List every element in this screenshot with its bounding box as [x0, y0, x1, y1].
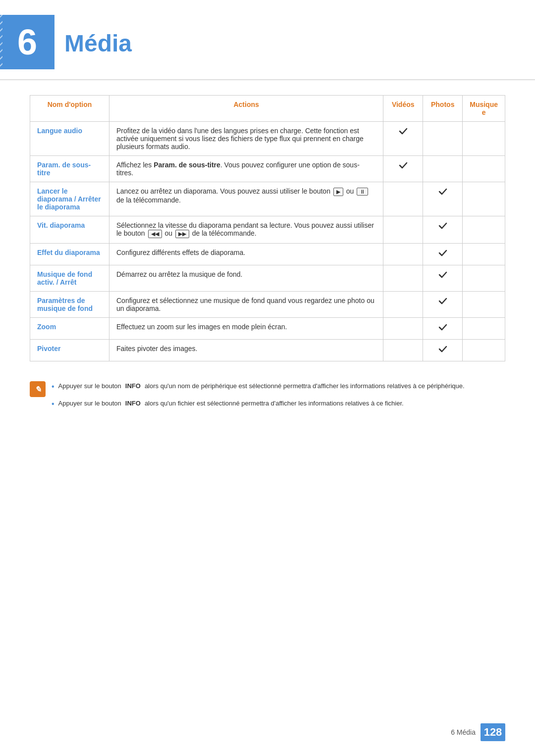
cell-videos	[383, 122, 423, 156]
cell-music	[463, 318, 505, 340]
table-row: Langue audioProfitez de la vidéo dans l'…	[30, 122, 505, 156]
cell-actions: Affichez les Param. de sous-titre. Vous …	[109, 156, 383, 182]
pause-button-icon: ⏸	[357, 188, 368, 196]
cell-music	[463, 216, 505, 244]
cell-photos	[423, 292, 463, 318]
table-row: Lancer le diaporama / Arrêter le diapora…	[30, 182, 505, 216]
note-icon: ✎	[30, 381, 46, 397]
play-button-icon: ▶	[333, 188, 343, 196]
chapter-title: Média	[64, 15, 132, 57]
col-header-videos: Vidéos	[383, 96, 423, 122]
cell-option: Pivoter	[30, 340, 109, 361]
cell-actions: Profitez de la vidéo dans l'une des lang…	[109, 122, 383, 156]
cell-music	[463, 182, 505, 216]
table-row: Effet du diaporamaConfigurez différents …	[30, 244, 505, 265]
footer-label: 6 Média	[451, 728, 476, 736]
svg-rect-1	[0, 15, 2, 69]
table-row: Musique de fond activ. / ArrêtDémarrez o…	[30, 265, 505, 292]
col-header-option: Nom d'option	[30, 96, 109, 122]
notes-section: ✎ Appuyer sur le bouton INFO alors qu'un…	[30, 381, 505, 416]
rewind-button-icon: ◀◀	[148, 230, 162, 238]
cell-actions: Démarrez ou arrêtez la musique de fond.	[109, 265, 383, 292]
options-table: Nom d'option Actions Vidéos Photos Musiq…	[30, 95, 505, 361]
cell-music	[463, 244, 505, 265]
cell-photos	[423, 182, 463, 216]
table-row: Param. de sous-titreAffichez les Param. …	[30, 156, 505, 182]
chapter-header: 6 Média	[0, 0, 535, 80]
fastforward-button-icon: ▶▶	[175, 230, 189, 238]
cell-actions: Lancez ou arrêtez un diaporama. Vous pou…	[109, 182, 383, 216]
cell-photos	[423, 122, 463, 156]
table-row: PivoterFaites pivoter des images.	[30, 340, 505, 361]
cell-videos	[383, 244, 423, 265]
cell-music	[463, 292, 505, 318]
col-header-photos: Photos	[423, 96, 463, 122]
cell-actions: Configurez et sélectionnez une musique d…	[109, 292, 383, 318]
chapter-number: 6	[0, 15, 54, 69]
cell-option: Musique de fond activ. / Arrêt	[30, 265, 109, 292]
cell-photos	[423, 265, 463, 292]
cell-photos	[423, 318, 463, 340]
cell-videos	[383, 318, 423, 340]
content-area: Nom d'option Actions Vidéos Photos Musiq…	[0, 90, 535, 446]
cell-option: Zoom	[30, 318, 109, 340]
footer: 6 Média 128	[451, 723, 505, 741]
cell-option: Lancer le diaporama / Arrêter le diapora…	[30, 182, 109, 216]
cell-music	[463, 122, 505, 156]
table-row: ZoomEffectuez un zoom sur les images en …	[30, 318, 505, 340]
cell-option: Paramètres de musique de fond	[30, 292, 109, 318]
cell-photos	[423, 244, 463, 265]
cell-videos	[383, 292, 423, 318]
cell-videos	[383, 156, 423, 182]
cell-photos	[423, 216, 463, 244]
cell-videos	[383, 182, 423, 216]
col-header-music: Musiquee	[463, 96, 505, 122]
cell-videos	[383, 340, 423, 361]
cell-actions: Faites pivoter des images.	[109, 340, 383, 361]
cell-music	[463, 265, 505, 292]
cell-photos	[423, 156, 463, 182]
table-row: Vit. diaporamaSélectionnez la vitesse du…	[30, 216, 505, 244]
cell-videos	[383, 265, 423, 292]
note-item: Appuyer sur le bouton INFO alors qu'un n…	[52, 381, 505, 393]
cell-option: Vit. diaporama	[30, 216, 109, 244]
cell-videos	[383, 216, 423, 244]
cell-option: Effet du diaporama	[30, 244, 109, 265]
cell-photos	[423, 340, 463, 361]
cell-music	[463, 340, 505, 361]
cell-actions: Configurez différents effets de diaporam…	[109, 244, 383, 265]
note-item: Appuyer sur le bouton INFO alors qu'un f…	[52, 399, 505, 410]
footer-page: 128	[481, 723, 505, 741]
col-header-actions: Actions	[109, 96, 383, 122]
cell-option: Param. de sous-titre	[30, 156, 109, 182]
cell-actions: Sélectionnez la vitesse du diaporama pen…	[109, 216, 383, 244]
cell-music	[463, 156, 505, 182]
notes-list: Appuyer sur le bouton INFO alors qu'un n…	[52, 381, 505, 416]
cell-actions: Effectuez un zoom sur les images en mode…	[109, 318, 383, 340]
table-row: Paramètres de musique de fondConfigurez …	[30, 292, 505, 318]
cell-option: Langue audio	[30, 122, 109, 156]
